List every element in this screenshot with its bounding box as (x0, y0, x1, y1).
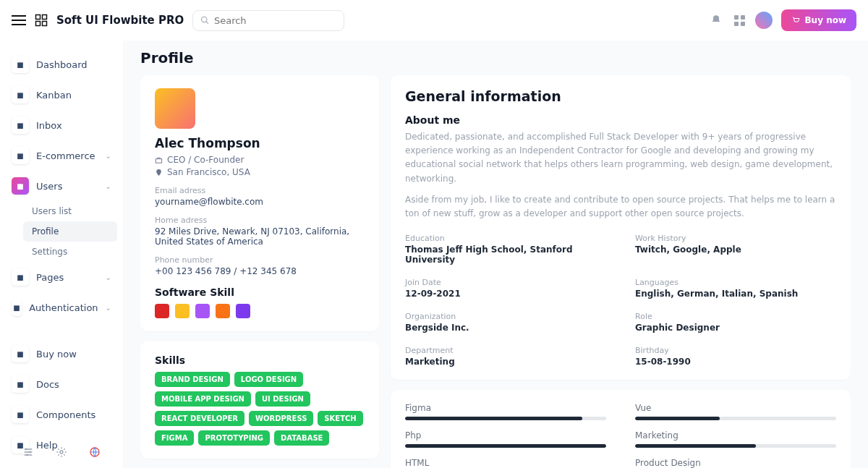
software-icons (155, 304, 365, 318)
svg-rect-0 (36, 15, 41, 20)
profile-email: yourname@flowbite.com (155, 197, 365, 207)
bell-icon[interactable] (709, 13, 723, 27)
subnav-users-list[interactable]: Users list (23, 201, 117, 221)
profile-photo (155, 88, 195, 129)
svg-point-8 (26, 454, 28, 456)
sidebar: ■Dashboard■Kanban■Inbox■E-commerce⌄■User… (0, 41, 123, 468)
general-info-card: General information About me Dedicated, … (391, 75, 851, 380)
location-icon (155, 169, 163, 176)
svg-point-9 (60, 451, 63, 454)
search-box[interactable] (192, 10, 344, 31)
nav-icon: ■ (12, 147, 29, 164)
info-department: DepartmentMarketing (405, 346, 606, 367)
brand-title: Soft UI Flowbite PRO (56, 14, 184, 27)
nav-icon: ■ (12, 375, 29, 393)
profile-location: San Francisco, USA (167, 167, 250, 177)
sidebar-item-dashboard[interactable]: ■Dashboard (6, 49, 117, 80)
avatar[interactable] (755, 12, 773, 29)
svg-rect-2 (36, 22, 41, 26)
info-languages: LanguagesEnglish, German, Italian, Spani… (635, 278, 836, 299)
apps-icon[interactable] (732, 13, 746, 27)
tag[interactable]: DATABASE (274, 430, 329, 446)
progress-php: Php (405, 430, 606, 448)
globe-icon[interactable] (88, 445, 102, 459)
chevron-down-icon: ⌄ (106, 273, 111, 281)
chevron-down-icon: ⌄ (106, 304, 111, 312)
tag[interactable]: PROTOTYPING (198, 430, 270, 446)
tag[interactable]: REACT DEVELOPER (155, 411, 244, 426)
topbar: Soft UI Flowbite PRO Buy now (0, 0, 868, 41)
nav-icon: ■ (12, 56, 29, 73)
progress-marketing: Marketing (635, 430, 836, 448)
buy-now-button[interactable]: Buy now (781, 9, 856, 31)
svg-point-6 (25, 448, 27, 451)
nav-icon: ■ (12, 299, 22, 316)
tag[interactable]: LOGO DESIGN (234, 372, 303, 387)
sidebar-item-kanban[interactable]: ■Kanban (6, 80, 117, 110)
info-organization: OrganizationBergside Inc. (405, 312, 606, 333)
tag[interactable]: FIGMA (155, 430, 194, 446)
progress-product-design: Product Design (635, 458, 836, 468)
gear-icon[interactable] (54, 445, 69, 459)
nav-icon: ■ (12, 116, 29, 134)
svg-rect-3 (43, 22, 47, 26)
software-icon (195, 304, 210, 318)
menu-toggle-icon[interactable] (12, 15, 26, 25)
info-join-date: Join Date12-09-2021 (405, 278, 606, 299)
info-work-history: Work HistoryTwitch, Google, Apple (635, 234, 836, 265)
info-education: EducationThomas Jeff High School, Stanfo… (405, 234, 606, 265)
sidebar-item-docs[interactable]: ■Docs (6, 369, 117, 399)
settings-sliders-icon[interactable] (21, 445, 35, 459)
search-icon (200, 15, 210, 25)
tag[interactable]: UI DESIGN (255, 391, 310, 407)
software-icon (236, 304, 250, 318)
nav-icon: ■ (12, 406, 29, 423)
sidebar-item-users[interactable]: ■Users⌄ (6, 171, 117, 201)
tag[interactable]: MOBILE APP DESIGN (155, 391, 251, 407)
sidebar-item-pages[interactable]: ■Pages⌄ (6, 262, 117, 292)
sidebar-item-buy-now[interactable]: ■Buy now (6, 339, 117, 369)
profile-card: Alec Thompson CEO / Co-Founder San Franc… (140, 75, 379, 331)
progress-card: FigmaVuePhpMarketingHTMLProduct DesignRe… (391, 390, 851, 468)
progress-figma: Figma (405, 403, 606, 420)
software-icon (155, 304, 169, 318)
sidebar-item-authentication[interactable]: ■Authentication⌄ (6, 292, 117, 323)
profile-home: 92 Miles Drive, Newark, NJ 07103, Califo… (155, 226, 365, 247)
chevron-down-icon: ⌄ (106, 182, 111, 190)
nav-icon: ■ (12, 177, 29, 195)
progress-html: HTML (405, 458, 606, 468)
skills-card: Skills BRAND DESIGNLOGO DESIGNMOBILE APP… (140, 341, 379, 459)
nav-icon: ■ (12, 345, 29, 362)
software-icon (175, 304, 190, 318)
svg-line-5 (206, 22, 208, 24)
cart-icon (791, 16, 800, 25)
sidebar-item-components[interactable]: ■Components (6, 399, 117, 430)
sidebar-bottom (0, 445, 123, 459)
nav-icon: ■ (12, 86, 29, 103)
tag[interactable]: SKETCH (318, 411, 362, 426)
svg-rect-11 (156, 158, 161, 163)
sidebar-item-inbox[interactable]: ■Inbox (6, 110, 117, 140)
svg-rect-1 (43, 15, 47, 20)
profile-name: Alec Thompson (155, 136, 365, 150)
sidebar-item-e-commerce[interactable]: ■E-commerce⌄ (6, 140, 117, 171)
chevron-down-icon: ⌄ (106, 152, 111, 160)
search-input[interactable] (214, 15, 336, 26)
main-content: Profile Alec Thompson CEO / Co-Founder S… (123, 41, 868, 468)
progress-vue: Vue (635, 403, 836, 420)
svg-point-4 (202, 17, 207, 22)
subnav-profile[interactable]: Profile (23, 221, 117, 242)
profile-role: CEO / Co-Founder (167, 155, 244, 165)
briefcase-icon (155, 156, 163, 164)
software-icon (216, 304, 230, 318)
tag[interactable]: BRAND DESIGN (155, 372, 230, 387)
nav-icon: ■ (12, 268, 29, 286)
svg-point-7 (29, 451, 31, 454)
tag[interactable]: WORDPRESS (249, 411, 313, 426)
page-title: Profile (140, 49, 851, 67)
profile-phone: +00 123 456 789 / +12 345 678 (155, 266, 365, 276)
subnav-settings[interactable]: Settings (23, 242, 117, 262)
info-role: RoleGraphic Designer (635, 312, 836, 333)
info-birthday: Birthday15-08-1990 (635, 346, 836, 367)
logo-icon (35, 14, 48, 27)
